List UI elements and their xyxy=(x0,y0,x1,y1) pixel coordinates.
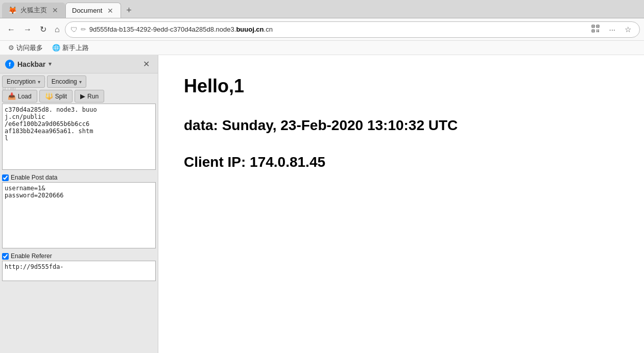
svg-rect-6 xyxy=(597,30,598,31)
load-icon: 📥 xyxy=(8,92,16,100)
hackbar-postdata: Enable Post data username=1& password=20… xyxy=(2,174,156,250)
hackbar-panel: nspect Edit h1 div HTML CSS http://www. … xyxy=(0,55,158,353)
hackbar-header: f Hackbar ▾ ✕ xyxy=(0,55,158,73)
encryption-label: Encryption xyxy=(7,78,36,85)
firefox-tab-icon: 🦊 xyxy=(8,6,16,14)
encryption-dropdown[interactable]: Encryption ▾ xyxy=(2,75,45,88)
edit-icon: ✏ xyxy=(81,26,86,33)
enable-referer-label[interactable]: Enable Referer xyxy=(2,253,156,260)
hackbar-controls: Encryption ▾ Encoding ▾ 📥 Load 🔱 Split xyxy=(0,73,158,104)
svg-rect-7 xyxy=(598,30,599,31)
encoding-arrow-icon: ▾ xyxy=(79,79,82,85)
encoding-label: Encoding xyxy=(52,78,77,85)
page-content: Hello,1 data: Sunday, 23-Feb-2020 13:10:… xyxy=(158,55,644,353)
settings-icon: ⚙ xyxy=(8,44,14,52)
run-label: Run xyxy=(87,93,99,100)
forward-button[interactable]: → xyxy=(20,22,35,37)
enable-referer-text: Enable Referer xyxy=(11,253,52,260)
enable-postdata-checkbox[interactable] xyxy=(2,174,9,181)
new-tab-button[interactable]: + xyxy=(123,4,135,17)
tab-document-close[interactable]: ✕ xyxy=(106,6,114,16)
hackbar-close-button[interactable]: ✕ xyxy=(140,58,153,70)
tab-document[interactable]: Document ✕ xyxy=(65,3,121,18)
url-scheme: .cn xyxy=(264,26,273,33)
home-button[interactable]: ⌂ xyxy=(52,22,63,37)
bookmarks-bar: ⚙ 访问最多 🌐 新手上路 xyxy=(0,41,644,55)
page-ip-text: Client IP: 174.0.81.45 xyxy=(184,154,618,170)
tab-firefox-close[interactable]: ✕ xyxy=(51,5,59,15)
bookmark-visit-label: 访问最多 xyxy=(16,43,43,53)
encoding-dropdown[interactable]: Encoding ▾ xyxy=(47,75,86,88)
tab-firefox-label: 火狐主页 xyxy=(20,6,47,15)
split-label: Split xyxy=(55,93,67,100)
qr-button[interactable] xyxy=(588,22,603,36)
bookmark-button[interactable]: ☆ xyxy=(622,23,634,36)
back-button[interactable]: ← xyxy=(4,22,18,37)
tab-document-label: Document xyxy=(72,7,102,14)
run-icon: ▶ xyxy=(80,92,85,100)
referer-textarea[interactable]: http://9d555fda- xyxy=(2,261,156,281)
hackbar-referer: Enable Referer http://9d555fda- xyxy=(2,253,156,283)
svg-rect-4 xyxy=(598,26,599,27)
hackbar-chevron-icon: ▾ xyxy=(49,61,52,67)
tab-firefox[interactable]: 🦊 火狐主页 ✕ xyxy=(2,3,65,18)
tab-bar: 🦊 火狐主页 ✕ Document ✕ + xyxy=(0,0,644,18)
hackbar-logo-icon: f xyxy=(5,60,14,69)
hackbar-url-area: c370d4a285d8. node3. buuo j.cn/public /e… xyxy=(2,104,156,172)
url-bold: buuoj.cn xyxy=(236,26,264,33)
url-bar[interactable]: 🛡 ✏ 9d555fda-b135-4292-9edd-c370d4a285d8… xyxy=(65,21,640,38)
page-hello-text: Hello,1 xyxy=(184,75,618,97)
split-icon: 🔱 xyxy=(45,92,53,100)
enable-postdata-label[interactable]: Enable Post data xyxy=(2,174,156,181)
postdata-textarea[interactable]: username=1& password=2020666 xyxy=(2,182,156,248)
page-date-text: data: Sunday, 23-Feb-2020 13:10:32 UTC xyxy=(184,117,618,134)
nav-bar: ← → ↻ ⌂ 🛡 ✏ 9d555fda-b135-4292-9edd-c370… xyxy=(0,18,644,41)
hackbar-dropdown-row: Encryption ▾ Encoding ▾ xyxy=(2,75,156,88)
load-label: Load xyxy=(18,93,32,100)
main-area: nspect Edit h1 div HTML CSS http://www. … xyxy=(0,55,644,353)
url-start: 9d555fda-b135-4292-9edd-c370d4a285d8.nod… xyxy=(89,26,236,33)
hackbar-action-row: 📥 Load 🔱 Split ▶ Run xyxy=(2,90,156,103)
more-options-button[interactable]: ··· xyxy=(606,23,618,36)
hackbar-title: f Hackbar ▾ xyxy=(5,60,52,69)
bookmark-newbie[interactable]: 🌐 新手上路 xyxy=(48,42,93,54)
enable-postdata-text: Enable Post data xyxy=(11,174,57,181)
svg-rect-3 xyxy=(593,26,594,27)
load-button[interactable]: 📥 Load xyxy=(2,90,37,103)
svg-rect-5 xyxy=(593,31,594,32)
bookmark-visit-most[interactable]: ⚙ 访问最多 xyxy=(4,42,47,54)
encryption-arrow-icon: ▾ xyxy=(38,79,40,85)
reload-button[interactable]: ↻ xyxy=(37,21,50,37)
shield-icon: 🛡 xyxy=(70,26,78,34)
url-textarea[interactable]: c370d4a285d8. node3. buuo j.cn/public /e… xyxy=(2,104,156,170)
svg-rect-8 xyxy=(597,31,598,32)
run-button[interactable]: ▶ Run xyxy=(75,90,104,103)
bookmark-newbie-label: 新手上路 xyxy=(62,43,89,53)
svg-rect-9 xyxy=(598,31,599,32)
hackbar-title-text: Hackbar xyxy=(17,60,45,68)
split-button[interactable]: 🔱 Split xyxy=(39,90,73,103)
enable-referer-checkbox[interactable] xyxy=(2,253,9,260)
url-text: 9d555fda-b135-4292-9edd-c370d4a285d8.nod… xyxy=(89,26,586,33)
globe-icon: 🌐 xyxy=(52,44,60,52)
